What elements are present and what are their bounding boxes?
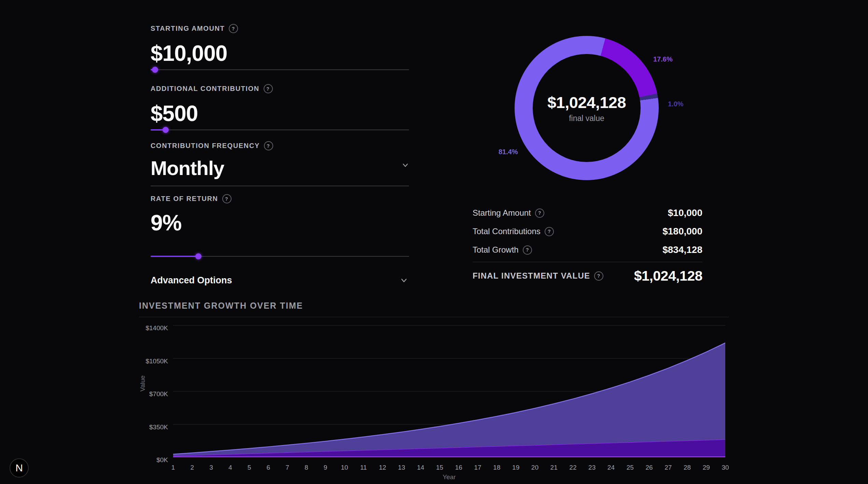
help-icon[interactable]: ? [523, 245, 532, 255]
x-tick-label: 9 [324, 464, 327, 471]
investment-calculator-page: STARTING AMOUNT ? $10,000 ADDITIONAL CON… [0, 0, 868, 484]
summary-row-final-value: FINAL INVESTMENT VALUE ? $1,024,128 [473, 264, 702, 287]
final-value-amount: $1,024,128 [634, 268, 702, 284]
summary-row-starting-amount: Starting Amount ? $10,000 [473, 204, 702, 222]
growth-chart-title: INVESTMENT GROWTH OVER TIME [139, 301, 303, 311]
help-icon[interactable]: ? [264, 84, 273, 93]
summary-row-total-contributions: Total Contributions ? $180,000 [473, 222, 702, 241]
y-axis-title: Value [139, 375, 146, 391]
summary-value: $834,128 [662, 244, 702, 255]
y-tick-label: $700K [130, 390, 168, 398]
donut-final-value-caption: final value [569, 114, 604, 123]
slider-thumb[interactable] [195, 253, 201, 259]
field-contribution-frequency: CONTRIBUTION FREQUENCY ? Monthly [151, 141, 409, 192]
final-value-label: FINAL INVESTMENT VALUE ? [473, 271, 603, 281]
x-tick-label: 6 [266, 464, 270, 471]
x-axis-title: Year [173, 473, 725, 481]
donut-final-value: $1,024,128 [547, 93, 626, 112]
additional-contribution-label: ADDITIONAL CONTRIBUTION ? [151, 84, 409, 93]
x-tick-label: 14 [417, 464, 424, 471]
rate-of-return-label-text: RATE OF RETURN [151, 195, 218, 203]
select-underline [151, 186, 409, 186]
x-tick-label: 4 [228, 464, 232, 471]
x-tick-label: 21 [550, 464, 558, 471]
summary-row-total-growth: Total Growth ? $834,128 [473, 241, 702, 259]
chevron-down-icon[interactable] [401, 160, 410, 170]
x-tick-label: 19 [512, 464, 519, 471]
x-tick-label: 7 [285, 464, 289, 471]
x-tick-label: 27 [664, 464, 672, 471]
summary-label-text: Total Contributions [473, 227, 541, 236]
x-tick-label: 18 [493, 464, 500, 471]
x-tick-label: 23 [588, 464, 596, 471]
x-tick-label: 1 [171, 464, 175, 471]
x-tick-label: 11 [360, 464, 367, 471]
x-tick-label: 8 [305, 464, 308, 471]
x-tick-label: 17 [474, 464, 481, 471]
summary-value: $180,000 [662, 226, 702, 237]
summary-divider [473, 262, 702, 262]
additional-contribution-slider[interactable] [151, 130, 409, 130]
rate-of-return-value[interactable]: 9% [151, 212, 409, 234]
field-starting-amount: STARTING AMOUNT ? $10,000 [151, 24, 409, 75]
x-tick-label: 16 [455, 464, 462, 471]
summary-label: Total Contributions ? [473, 227, 554, 236]
starting-amount-label-text: STARTING AMOUNT [151, 25, 225, 32]
summary-label-text: Total Growth [473, 245, 519, 255]
x-tick-label: 30 [722, 464, 729, 471]
final-value-label-text: FINAL INVESTMENT VALUE [473, 271, 590, 281]
contribution-frequency-label-text: CONTRIBUTION FREQUENCY [151, 142, 260, 150]
x-tick-label: 3 [209, 464, 213, 471]
additional-contribution-value[interactable]: $500 [151, 102, 409, 125]
help-icon[interactable]: ? [535, 209, 544, 218]
help-icon[interactable]: ? [229, 24, 238, 33]
growth-chart-canvas [173, 323, 725, 460]
x-tick-label: 13 [398, 464, 405, 471]
help-icon[interactable]: ? [545, 227, 554, 236]
help-icon[interactable]: ? [222, 194, 232, 203]
x-tick-label: 25 [627, 464, 634, 471]
growth-area-chart[interactable]: $0K$350K$700K$1050K$1400K 12345678910111… [130, 323, 741, 480]
field-additional-contribution: ADDITIONAL CONTRIBUTION ? $500 [151, 84, 409, 135]
nextjs-logo[interactable]: N [10, 458, 29, 478]
x-tick-label: 22 [569, 464, 576, 471]
field-rate-of-return: RATE OF RETURN ? 9% [151, 194, 409, 245]
x-tick-label: 29 [703, 464, 710, 471]
donut-center-text: $1,024,128 final value [515, 36, 659, 180]
y-tick-label: $0K [130, 456, 168, 464]
y-tick-label: $1050K [130, 358, 168, 365]
x-tick-label: 24 [607, 464, 615, 471]
rate-of-return-slider[interactable] [151, 256, 409, 257]
contribution-frequency-label: CONTRIBUTION FREQUENCY ? [151, 141, 409, 150]
rate-of-return-label: RATE OF RETURN ? [151, 194, 409, 203]
y-tick-label: $1400K [130, 324, 168, 332]
summary-label-text: Starting Amount [473, 208, 531, 218]
slider-fill [151, 256, 198, 257]
summary-label: Total Growth ? [473, 245, 532, 255]
slider-thumb[interactable] [152, 67, 158, 73]
slider-thumb[interactable] [163, 127, 169, 133]
starting-amount-value[interactable]: $10,000 [151, 42, 409, 65]
x-tick-label: 20 [531, 464, 538, 471]
x-tick-label: 12 [379, 464, 386, 471]
summary-panel: Starting Amount ? $10,000 Total Contribu… [473, 204, 702, 287]
summary-label: Starting Amount ? [473, 208, 544, 218]
x-tick-label: 10 [341, 464, 348, 471]
starting-amount-slider[interactable] [151, 69, 409, 70]
help-icon[interactable]: ? [264, 141, 273, 150]
advanced-options-toggle[interactable]: Advanced Options [151, 272, 409, 288]
contribution-frequency-select[interactable]: Monthly [151, 158, 409, 179]
x-tick-label: 28 [684, 464, 691, 471]
x-tick-label: 2 [190, 464, 194, 471]
advanced-options-label: Advanced Options [151, 275, 232, 286]
x-tick-label: 15 [436, 464, 443, 471]
x-tick-label: 5 [248, 464, 251, 471]
donut-pct-starting: 1.0% [668, 100, 684, 108]
help-icon[interactable]: ? [594, 271, 603, 281]
starting-amount-label: STARTING AMOUNT ? [151, 24, 409, 33]
chevron-down-icon [399, 275, 409, 285]
summary-value: $10,000 [668, 207, 702, 218]
y-tick-label: $350K [130, 424, 168, 431]
x-tick-label: 26 [645, 464, 653, 471]
additional-contribution-label-text: ADDITIONAL CONTRIBUTION [151, 85, 260, 93]
